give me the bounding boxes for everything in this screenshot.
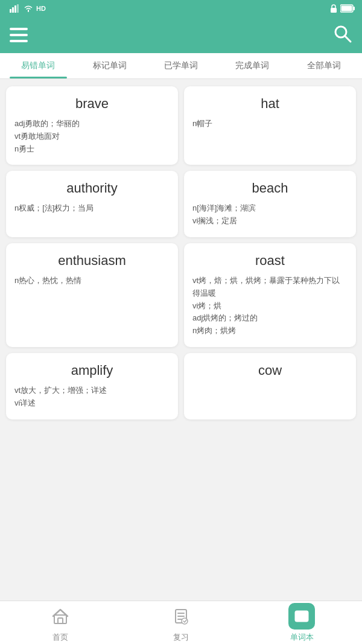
tab-marked[interactable]: 标记单词 bbox=[74, 53, 145, 78]
search-button[interactable] bbox=[333, 24, 352, 46]
svg-rect-1 bbox=[12, 7, 14, 13]
tab-easy-mistake[interactable]: 易错单词 bbox=[2, 53, 74, 78]
tab-all[interactable]: 全部单词 bbox=[288, 53, 360, 78]
header bbox=[0, 17, 362, 53]
word-card-enthusiasm[interactable]: enthusiasmn热心，热忱，热情 bbox=[6, 243, 178, 347]
word-card-amplify[interactable]: amplifyvt放大，扩大；增强；详述 vi详述 bbox=[6, 353, 178, 419]
card-word: hat bbox=[192, 96, 348, 112]
nav-label-wordbook: 单词本 bbox=[290, 632, 314, 643]
card-word: enthusiasm bbox=[14, 253, 170, 269]
bottom-nav: 首页 复习 单词本 bbox=[0, 601, 362, 644]
card-word: cow bbox=[192, 363, 348, 378]
nav-item-wordbook[interactable]: 单词本 bbox=[241, 601, 362, 644]
card-word: amplify bbox=[14, 363, 170, 378]
word-card-authority[interactable]: authorityn权威；[法]权力；当局 bbox=[6, 171, 178, 237]
tab-bar: 易错单词标记单词已学单词完成单词全部单词 bbox=[0, 53, 362, 79]
lock-icon bbox=[329, 4, 338, 13]
svg-rect-11 bbox=[58, 618, 63, 623]
menu-button[interactable] bbox=[10, 28, 28, 42]
svg-rect-4 bbox=[331, 8, 337, 13]
card-definition: vt烤，焙；烘，烘烤；暴露于某种热力下以得温暖 vi烤；烘 adj烘烤的；烤过的… bbox=[192, 275, 348, 337]
wordbook-icon bbox=[288, 603, 315, 630]
tab-completed[interactable]: 完成单词 bbox=[217, 53, 288, 78]
svg-rect-2 bbox=[14, 5, 16, 13]
network-type: HD bbox=[36, 5, 46, 12]
review-icon bbox=[168, 603, 194, 630]
cards-grid: braveadj勇敢的；华丽的 vt勇敢地面对 n勇士hatn帽子authori… bbox=[0, 79, 362, 468]
svg-rect-3 bbox=[17, 4, 19, 13]
card-definition: n权威；[法]权力；当局 bbox=[14, 202, 170, 215]
home-icon bbox=[47, 603, 74, 630]
card-word: beach bbox=[192, 180, 348, 196]
status-bar: HD bbox=[0, 0, 362, 17]
tab-learned[interactable]: 已学单词 bbox=[145, 53, 217, 78]
nav-label-home: 首页 bbox=[52, 632, 68, 643]
nav-label-review: 复习 bbox=[173, 632, 189, 643]
wifi-icon bbox=[23, 4, 34, 13]
card-definition: vt放大，扩大；增强；详述 vi详述 bbox=[14, 384, 170, 410]
card-definition: n[海洋]海滩；湖滨 vi搁浅；定居 bbox=[192, 202, 348, 228]
signal-icon bbox=[10, 4, 21, 13]
svg-rect-7 bbox=[341, 6, 352, 11]
word-card-beach[interactable]: beachn[海洋]海滩；湖滨 vi搁浅；定居 bbox=[184, 171, 356, 237]
svg-line-9 bbox=[345, 36, 351, 42]
word-card-cow[interactable]: cow bbox=[184, 353, 356, 419]
svg-rect-0 bbox=[10, 9, 11, 13]
svg-point-13 bbox=[182, 618, 188, 624]
svg-rect-10 bbox=[54, 615, 66, 623]
card-word: brave bbox=[14, 96, 170, 112]
battery-icon bbox=[340, 4, 355, 13]
card-word: roast bbox=[192, 253, 348, 269]
status-left: HD bbox=[7, 4, 46, 13]
nav-item-home[interactable]: 首页 bbox=[0, 601, 121, 644]
nav-item-review[interactable]: 复习 bbox=[121, 601, 241, 644]
search-icon bbox=[333, 24, 352, 43]
word-card-hat[interactable]: hatn帽子 bbox=[184, 86, 356, 165]
card-word: authority bbox=[14, 180, 170, 196]
card-definition: adj勇敢的；华丽的 vt勇敢地面对 n勇士 bbox=[14, 118, 170, 155]
svg-rect-6 bbox=[354, 7, 355, 10]
card-definition: n帽子 bbox=[192, 118, 348, 130]
word-card-roast[interactable]: roastvt烤，焙；烘，烘烤；暴露于某种热力下以得温暖 vi烤；烘 adj烘烤… bbox=[184, 243, 356, 347]
word-card-brave[interactable]: braveadj勇敢的；华丽的 vt勇敢地面对 n勇士 bbox=[6, 86, 178, 165]
card-definition: n热心，热忱，热情 bbox=[14, 275, 170, 287]
status-right bbox=[329, 4, 355, 13]
